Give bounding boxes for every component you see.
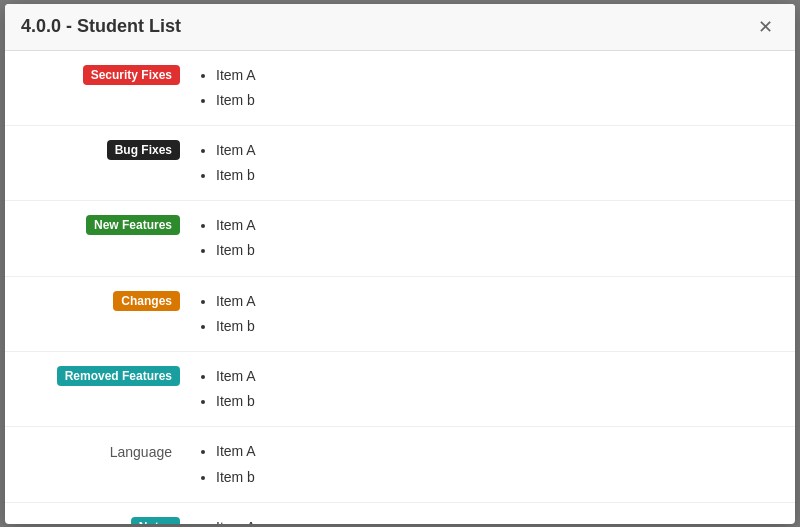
label-col-security: Security Fixes — [21, 63, 196, 85]
section-row-notes: NotesItem AItem b — [5, 503, 795, 524]
list-item: Item A — [216, 138, 779, 163]
modal-title: 4.0.0 - Student List — [21, 16, 181, 37]
label-col-notes: Notes — [21, 515, 196, 524]
list-item: Item A — [216, 439, 779, 464]
list-item: Item b — [216, 163, 779, 188]
badge-changes: Changes — [113, 291, 180, 311]
badge-security: Security Fixes — [83, 65, 180, 85]
label-col-changes: Changes — [21, 289, 196, 311]
items-list-security: Item AItem b — [196, 63, 779, 113]
label-col-new-features: New Features — [21, 213, 196, 235]
list-item: Item A — [216, 289, 779, 314]
list-item: Item b — [216, 88, 779, 113]
label-col-bug: Bug Fixes — [21, 138, 196, 160]
items-list-removed: Item AItem b — [196, 364, 779, 414]
badge-notes: Notes — [131, 517, 180, 524]
section-row-removed: Removed FeaturesItem AItem b — [5, 352, 795, 427]
items-col-removed: Item AItem b — [196, 364, 779, 414]
list-item: Item b — [216, 389, 779, 414]
items-list-language: Item AItem b — [196, 439, 779, 489]
section-row-language: LanguageItem AItem b — [5, 427, 795, 502]
modal-body: Security FixesItem AItem bBug FixesItem … — [5, 51, 795, 524]
badge-new-features: New Features — [86, 215, 180, 235]
items-list-changes: Item AItem b — [196, 289, 779, 339]
items-col-changes: Item AItem b — [196, 289, 779, 339]
modal-overlay: 4.0.0 - Student List ✕ Security FixesIte… — [0, 0, 800, 527]
items-list-notes: Item AItem b — [196, 515, 779, 524]
list-item: Item A — [216, 213, 779, 238]
list-item: Item b — [216, 465, 779, 490]
badge-bug: Bug Fixes — [107, 140, 180, 160]
badge-language: Language — [102, 441, 180, 463]
close-button[interactable]: ✕ — [752, 16, 779, 38]
list-item: Item b — [216, 314, 779, 339]
items-col-language: Item AItem b — [196, 439, 779, 489]
items-col-bug: Item AItem b — [196, 138, 779, 188]
items-col-security: Item AItem b — [196, 63, 779, 113]
items-col-new-features: Item AItem b — [196, 213, 779, 263]
list-item: Item b — [216, 238, 779, 263]
list-item: Item A — [216, 364, 779, 389]
section-row-bug: Bug FixesItem AItem b — [5, 126, 795, 201]
label-col-removed: Removed Features — [21, 364, 196, 386]
modal-dialog: 4.0.0 - Student List ✕ Security FixesIte… — [5, 4, 795, 524]
section-row-security: Security FixesItem AItem b — [5, 51, 795, 126]
items-col-notes: Item AItem b — [196, 515, 779, 524]
items-list-new-features: Item AItem b — [196, 213, 779, 263]
items-list-bug: Item AItem b — [196, 138, 779, 188]
list-item: Item A — [216, 515, 779, 524]
modal-header: 4.0.0 - Student List ✕ — [5, 4, 795, 51]
badge-removed: Removed Features — [57, 366, 180, 386]
list-item: Item A — [216, 63, 779, 88]
section-row-new-features: New FeaturesItem AItem b — [5, 201, 795, 276]
section-row-changes: ChangesItem AItem b — [5, 277, 795, 352]
label-col-language: Language — [21, 439, 196, 463]
